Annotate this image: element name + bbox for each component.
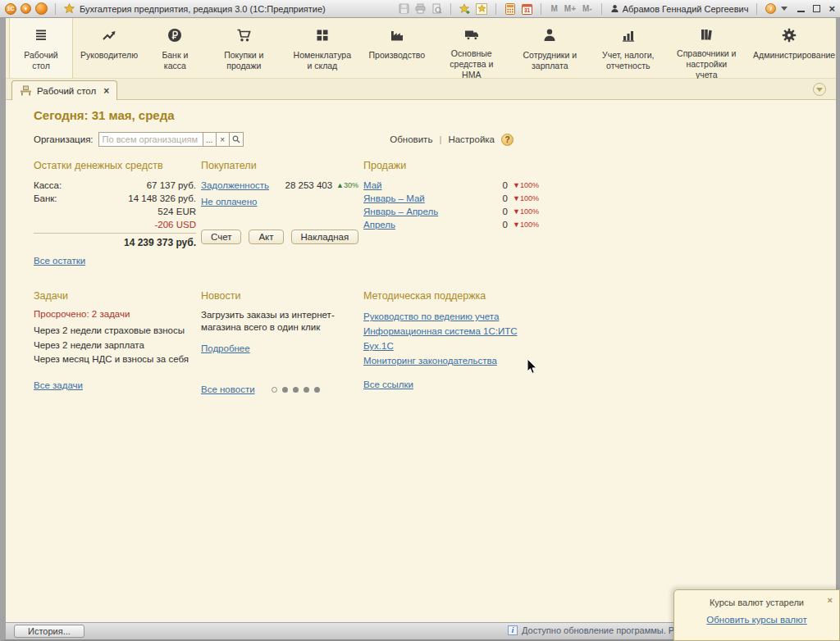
document-buttons: Счет Акт Накладная [201,230,358,244]
all-news-link[interactable]: Все новости [201,384,255,394]
desktop-tab-icon [20,85,32,96]
print-preview-icon[interactable] [431,3,442,15]
settings-button[interactable]: Настройка [448,134,495,144]
organization-input[interactable] [98,132,203,147]
save-icon[interactable] [398,3,409,15]
ribbon-section-directories[interactable]: Справочники и настройки учета [668,18,746,78]
organization-clear-button[interactable]: × [217,132,230,147]
invoice-button[interactable]: Счет [201,230,241,244]
ribbon-section-administration[interactable]: Администрирование [746,18,833,78]
all-links-link[interactable]: Все ссылки [363,380,413,389]
ribbon-section-fixed-assets[interactable]: Основные средства и НМА [432,18,511,78]
favorites-list-icon[interactable] [476,3,487,15]
chevron-down-icon[interactable] [781,7,788,11]
organization-search-button[interactable] [230,132,244,147]
news-pagination-dot[interactable] [304,387,309,393]
support-link-buh1c[interactable]: Бух.1С [363,339,542,353]
titlebar-separator [541,3,541,15]
memory-m-minus-button[interactable]: M- [582,4,593,13]
ribbon-section-manager[interactable]: Руководителю [73,18,145,78]
balance-label: Касса: [34,179,62,192]
today-heading: Сегодня: 31 мая, среда [34,108,836,122]
ribbon-section-purchases-sales[interactable]: Покупки и продажи [205,18,284,78]
history-button[interactable]: История... [14,625,84,638]
print-icon[interactable] [414,3,426,15]
tab-desktop[interactable]: Рабочий стол × [11,80,117,100]
memory-m-button[interactable]: M [550,4,558,13]
refresh-button[interactable]: Обновить [390,134,432,144]
ribbon-section-label: Справочники и настройки учета [675,48,739,80]
balance-row: -206 USD [34,218,196,231]
calculator-icon[interactable] [504,3,516,15]
quick-menu-button[interactable]: ▼ [21,3,31,14]
tab-close-icon[interactable]: × [103,85,109,97]
unpaid-link[interactable]: Не оплачено [201,195,258,208]
titlebar-separator [495,3,496,15]
act-button[interactable]: Акт [249,230,283,244]
close-button[interactable]: × [829,3,835,14]
notification-title: Курсы валют устарели [674,590,839,607]
sales-value: 0 [503,192,508,205]
ribbon-section-nomenclature[interactable]: Номенклатура и склад [283,18,362,78]
waybill-button[interactable]: Накладная [291,230,359,244]
tasks-overdue: Просрочено: 2 задачи [34,309,196,319]
favorites-star-icon[interactable] [63,3,75,15]
widget-title: Продажи [363,160,542,171]
widget-title: Новости [201,290,358,302]
all-balances-link[interactable]: Все остатки [34,256,85,266]
all-tasks-link[interactable]: Все задачи [34,380,83,390]
organization-more-button[interactable]: ... [203,132,217,147]
ribbon-section-accounting-reports[interactable]: Учет, налоги, отчетность [589,18,668,78]
ribbon-section-employees[interactable]: Сотрудники и зарплата [511,18,590,78]
restore-button[interactable] [813,5,820,12]
info-icon[interactable]: i [765,3,776,14]
sales-period-link[interactable]: Январь – Апрель [363,205,438,218]
ribbon-section-production[interactable]: Производство [362,18,432,78]
app-round-button[interactable] [35,2,48,15]
truck-icon [463,26,480,43]
ribbon-section-desktop[interactable]: Рабочий стол [9,18,73,78]
widget-title: Остатки денежных средств [34,160,196,171]
ribbon-section-label: Руководителю [80,50,138,61]
support-link-its[interactable]: Информационная система 1С:ИТС [363,324,542,339]
widget-cash-balances: Остатки денежных средств Касса: 67 137 р… [34,160,196,267]
ribbon-section-label: Банк и касса [153,50,197,71]
ribbon-section-bank-cash[interactable]: Банк и касса [145,18,204,78]
news-more-link[interactable]: Подробнее [201,343,250,353]
debt-link[interactable]: Задолженность [201,179,269,192]
minimize-button[interactable] [797,6,805,12]
tab-list-chevron-button[interactable] [813,83,826,96]
memory-m-plus-button[interactable]: M+ [564,4,577,13]
cart-icon [235,26,252,44]
sales-row: Январь – Апрель 0 ▼100% [363,205,542,218]
actions-separator: | [439,134,441,144]
titlebar-separator [450,3,451,15]
sales-value: 0 [503,205,508,218]
notification-close-icon[interactable]: × [828,595,833,605]
news-pagination-dot[interactable] [272,387,277,393]
current-user[interactable]: Абрамов Геннадий Сергеевич [610,4,749,14]
sales-value: 0 [503,179,508,192]
sales-period-link[interactable]: Апрель [363,218,395,231]
help-icon[interactable]: ? [501,134,514,146]
desktop-content: Сегодня: 31 мая, среда Организация: ... … [6,100,836,622]
add-favorite-icon[interactable] [459,3,471,15]
news-pagination [272,387,320,393]
update-rates-link[interactable]: Обновить курсы валют [674,615,839,625]
support-link-monitoring[interactable]: Мониторинг законодательства [363,353,542,368]
sales-row: Май 0 ▼100% [363,179,542,192]
main-menu-button[interactable]: 1С [5,3,16,15]
ribbon-section-label: Покупки и продажи [212,50,276,71]
news-pagination-dot[interactable] [293,387,299,393]
news-pagination-dot[interactable] [314,387,320,393]
balance-total-row: 14 239 373 руб. [34,233,196,249]
sales-change-badge: ▼100% [513,192,542,205]
calendar-icon[interactable]: 31 [521,3,532,15]
widget-title: Методическая поддержка [363,290,542,302]
sales-period-link[interactable]: Январь – Май [363,192,425,205]
sales-value: 0 [503,218,508,231]
user-icon [610,4,619,13]
news-pagination-dot[interactable] [282,387,288,393]
support-link-guide[interactable]: Руководство по ведению учета [363,309,542,324]
sales-period-link[interactable]: Май [363,179,382,192]
